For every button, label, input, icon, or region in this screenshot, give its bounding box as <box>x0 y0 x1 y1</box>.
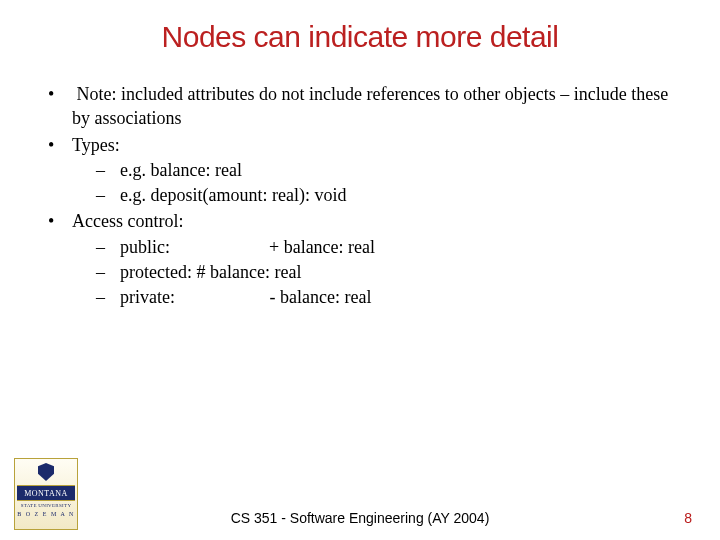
slide-content: • Note: included attributes do not inclu… <box>48 82 672 312</box>
sub-bullet: – e.g. deposit(amount: real): void <box>72 183 672 207</box>
bullet-item: • Types: – e.g. balance: real – e.g. dep… <box>48 133 672 208</box>
shield-icon <box>38 463 54 481</box>
sub-bullet-text: protected: # balance: real <box>120 260 672 284</box>
sub-bullet-marker: – <box>96 285 120 309</box>
footer-text: CS 351 - Software Engineering (AY 2004) <box>0 510 720 526</box>
sub-bullet: – public: + balance: real <box>72 235 672 259</box>
bullet-marker: • <box>48 209 72 309</box>
bullet-text: Types: <box>72 133 672 157</box>
bullet-item: • Note: included attributes do not inclu… <box>48 82 672 131</box>
sub-bullet: – e.g. balance: real <box>72 158 672 182</box>
sub-bullet-marker: – <box>96 158 120 182</box>
sub-bullet-text: e.g. deposit(amount: real): void <box>120 183 672 207</box>
bullet-marker: • <box>48 133 72 208</box>
sub-bullet-marker: – <box>96 183 120 207</box>
bullet-item: • Access control: – public: + balance: r… <box>48 209 672 309</box>
logo-band: MONTANA <box>17 485 75 501</box>
bullet-marker: • <box>48 82 72 131</box>
sub-bullet-marker: – <box>96 235 120 259</box>
sub-bullet: – private: - balance: real <box>72 285 672 309</box>
page-number: 8 <box>684 510 692 526</box>
slide-title: Nodes can indicate more detail <box>0 20 720 54</box>
slide-footer: CS 351 - Software Engineering (AY 2004) … <box>0 510 720 526</box>
sub-bullet-text: public: + balance: real <box>120 235 672 259</box>
logo-subtitle: STATE UNIVERSITY <box>21 503 72 508</box>
sub-bullet: – protected: # balance: real <box>72 260 672 284</box>
sub-bullet-text: private: - balance: real <box>120 285 672 309</box>
bullet-text: Note: included attributes do not include… <box>72 82 672 131</box>
bullet-text: Access control: <box>72 209 672 233</box>
sub-bullet-marker: – <box>96 260 120 284</box>
sub-bullet-text: e.g. balance: real <box>120 158 672 182</box>
